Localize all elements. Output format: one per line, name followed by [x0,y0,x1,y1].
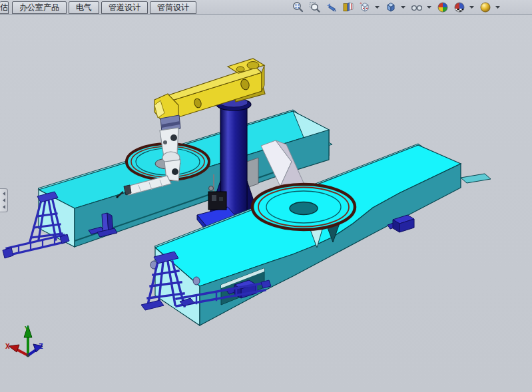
hide-show-items-icon[interactable] [410,1,423,14]
command-manager-toolbar: 估 办公室产品 电气 管道设计 管筒设计 [0,0,532,15]
right-beam-ring[interactable] [252,184,355,230]
heads-up-view-toolbar [292,1,501,14]
previous-view-icon[interactable] [325,1,338,14]
reference-triad[interactable]: X Y Z [5,325,43,357]
right-beam-end-tab [461,174,491,183]
feature-panel-collapse-button[interactable] [0,188,8,212]
section-view-icon[interactable] [342,1,354,14]
view-settings-icon[interactable] [479,1,491,14]
graphics-viewport[interactable]: X Y Z [0,0,532,392]
right-ring-hub-hole [290,202,318,215]
y-axis-label: Y [25,325,29,333]
tab-electrical[interactable]: 电气 [69,1,99,14]
cad-application-window: X Y Z 估 办公室产品 电气 管道设计 管筒设计 [0,0,532,392]
front-trestle-foot-left [141,300,164,310]
collapse-arrow-icon [3,192,5,196]
view-orientation-icon[interactable] [358,1,371,14]
apply-scene-icon[interactable] [453,1,465,14]
robot-boom-yellow[interactable] [154,59,265,132]
tab-tubing-design[interactable]: 管筒设计 [150,1,196,14]
collapse-arrow-icon [3,198,5,202]
hide-show-items-dropdown[interactable] [427,1,432,14]
display-style-dropdown[interactable] [401,1,406,14]
view-settings-dropdown[interactable] [495,1,501,14]
boom-rear-end [262,65,264,91]
view-orientation-dropdown[interactable] [375,1,380,14]
edit-appearance-icon[interactable] [436,1,449,14]
tab-office-products[interactable]: 办公室产品 [12,1,67,14]
left-trestle-foot-left [3,248,13,258]
apply-scene-dropdown[interactable] [469,1,475,14]
command-tabs: 估 办公室产品 电气 管道设计 管筒设计 [0,0,198,15]
display-style-icon[interactable] [384,1,397,14]
collapse-arrow-icon [3,205,5,209]
zoom-to-fit-icon[interactable] [292,1,304,14]
x-axis-label: X [5,342,10,351]
zoom-to-area-icon[interactable] [308,1,321,14]
tab-evaluate-clipped[interactable]: 估 [0,1,9,14]
z-axis-label: Z [39,342,43,351]
tab-piping-design[interactable]: 管道设计 [101,1,148,14]
